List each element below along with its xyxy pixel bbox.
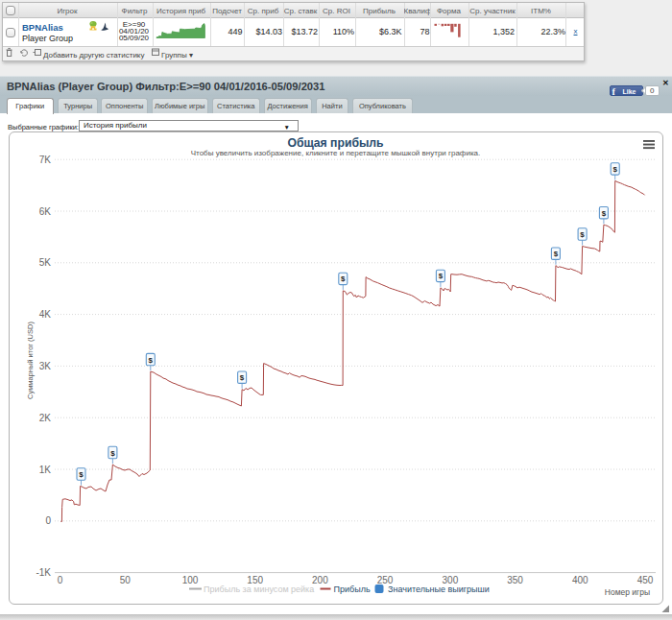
svg-text:$: $ bbox=[554, 250, 559, 258]
svg-text:$: $ bbox=[240, 373, 245, 382]
svg-text:$: $ bbox=[612, 165, 617, 174]
svg-text:$: $ bbox=[439, 272, 444, 280]
svg-text:$: $ bbox=[79, 470, 84, 479]
svg-text:$: $ bbox=[149, 356, 154, 365]
svg-text:$: $ bbox=[602, 209, 607, 218]
svg-text:$: $ bbox=[341, 274, 346, 283]
svg-text:$: $ bbox=[580, 230, 585, 239]
svg-text:$: $ bbox=[110, 449, 115, 458]
